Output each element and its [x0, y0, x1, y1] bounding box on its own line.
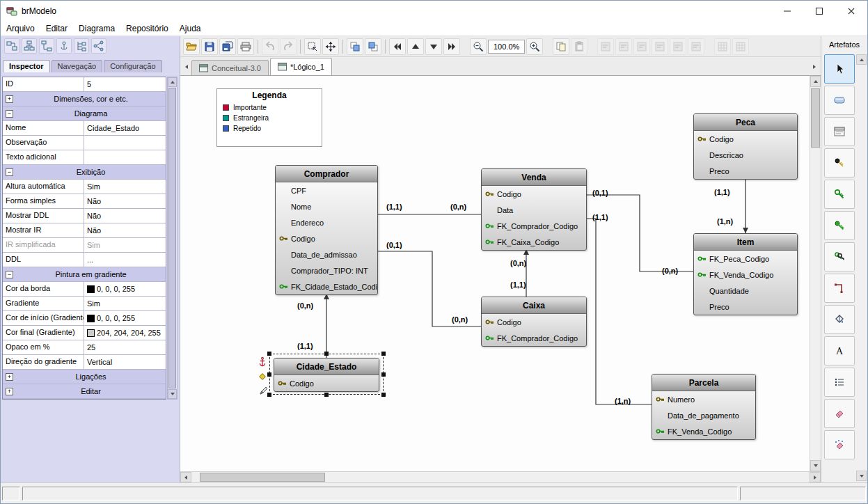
- section-exibicao[interactable]: −Exibição: [3, 165, 166, 180]
- property-value[interactable]: [84, 150, 166, 164]
- entity-caixa[interactable]: CaixaCodigoFK_Comprador_Codigo: [481, 297, 587, 347]
- diagram-canvas[interactable]: Legenda ImportanteEstrangeiraRepetido Co…: [180, 75, 810, 471]
- scrollbar-track[interactable]: [191, 472, 810, 482]
- section-toggle-icon[interactable]: +: [6, 373, 13, 381]
- tab-logico-1[interactable]: *Lógico_1: [270, 58, 332, 75]
- nav-down-button[interactable]: [425, 38, 442, 55]
- minimize-button[interactable]: [771, 1, 803, 22]
- property-value[interactable]: Sim: [84, 238, 166, 252]
- save-button[interactable]: [201, 38, 218, 55]
- artefatos-scrollbar[interactable]: [856, 54, 867, 481]
- attribute-row[interactable]: FK_Peca_Codigo: [694, 251, 797, 267]
- zoom-level-display[interactable]: 100.0%: [488, 40, 525, 54]
- scroll-down-button[interactable]: [856, 471, 867, 481]
- menu-item-repositorio[interactable]: Repositório: [120, 22, 174, 35]
- attribute-row[interactable]: Nome: [276, 198, 377, 214]
- property-value[interactable]: 204, 204, 204, 255: [84, 326, 166, 340]
- section-toggle-icon[interactable]: +: [6, 95, 13, 103]
- cardinality-label[interactable]: (0,1): [386, 241, 402, 249]
- property-value[interactable]: Sim: [84, 180, 166, 194]
- paint-tool[interactable]: [824, 305, 855, 334]
- entity-item[interactable]: ItemFK_Peca_CodigoFK_Venda_CodigoQuantid…: [693, 233, 798, 315]
- attribute-row[interactable]: Quantidade: [694, 283, 797, 299]
- property-value[interactable]: 25: [84, 340, 166, 354]
- menu-item-diagrama[interactable]: Diagrama: [73, 22, 120, 35]
- attribute-row[interactable]: Data: [482, 202, 586, 218]
- scroll-up-button[interactable]: [856, 54, 867, 65]
- section-toggle-icon[interactable]: −: [6, 110, 13, 118]
- attribute-row[interactable]: Preco: [694, 299, 797, 315]
- menu-item-arquivo[interactable]: Arquivo: [1, 22, 40, 35]
- attribute-row[interactable]: Descricao: [694, 147, 797, 163]
- selection-handle[interactable]: [381, 352, 386, 356]
- scroll-down-button[interactable]: [168, 389, 177, 399]
- open-button[interactable]: [183, 38, 200, 55]
- section-toggle-icon[interactable]: +: [6, 388, 13, 395]
- scroll-up-button[interactable]: [168, 77, 177, 87]
- cardinality-label[interactable]: (1,n): [717, 217, 733, 226]
- attribute-row[interactable]: Preco: [694, 163, 797, 179]
- property-value[interactable]: ...: [84, 253, 166, 267]
- property-grid-scrollbar[interactable]: [167, 77, 177, 400]
- zoom-in-button[interactable]: [526, 38, 543, 55]
- save-all-button[interactable]: [219, 38, 236, 55]
- delete-all-tool[interactable]: [824, 430, 855, 459]
- cardinality-label[interactable]: (1,1): [714, 188, 730, 196]
- section-diagrama[interactable]: −Diagrama: [3, 107, 166, 121]
- cardinality-label[interactable]: (0,n): [662, 267, 678, 275]
- attribute-row[interactable]: Codigo: [482, 314, 586, 330]
- section-pintura-em-gradiente[interactable]: −Pintura em gradiente: [3, 267, 166, 282]
- menu-item-editar[interactable]: Editar: [40, 22, 73, 35]
- cardinality-label[interactable]: (1,1): [510, 281, 526, 289]
- scroll-right-button[interactable]: [810, 472, 821, 482]
- cardinality-label[interactable]: (0,n): [297, 301, 313, 310]
- anchor-icon[interactable]: [257, 356, 268, 368]
- cardinality-label[interactable]: (1,n): [615, 397, 631, 405]
- anchor-tool-icon[interactable]: [56, 38, 72, 54]
- attribute-list-tool[interactable]: [824, 368, 855, 397]
- unique-key-tool[interactable]: [824, 211, 855, 240]
- selection-handle[interactable]: [324, 393, 329, 397]
- entity-peca[interactable]: PecaCodigoDescricaoPreco: [693, 113, 798, 180]
- attribute-row[interactable]: Data_de_pagamento: [652, 407, 755, 423]
- cardinality-label[interactable]: (1,1): [386, 203, 402, 211]
- entity-title[interactable]: Item: [694, 234, 797, 251]
- scrollbar-thumb[interactable]: [200, 473, 325, 482]
- scroll-up-button[interactable]: [810, 76, 821, 87]
- horizontal-scrollbar[interactable]: [180, 471, 821, 482]
- scrollbar-thumb[interactable]: [811, 88, 820, 148]
- property-value[interactable]: Cidade_Estado: [84, 121, 166, 135]
- property-value[interactable]: Sim: [84, 297, 166, 310]
- entity-title[interactable]: Venda: [482, 169, 586, 186]
- attribute-row[interactable]: Data_de_admissao: [276, 246, 377, 262]
- entity-venda[interactable]: VendaCodigoDataFK_Comprador_CodigoFK_Cai…: [481, 168, 587, 251]
- entity-title[interactable]: Comprador: [276, 166, 377, 182]
- selection-handle[interactable]: [381, 372, 386, 377]
- selection-handle[interactable]: [324, 352, 329, 356]
- entity-parcela[interactable]: ParcelaNumeroData_de_pagamentoFK_Venda_C…: [652, 374, 756, 440]
- attribute-row[interactable]: Codigo: [482, 186, 586, 202]
- send-to-back-button[interactable]: [365, 38, 381, 55]
- pencil-icon[interactable]: [258, 385, 269, 396]
- attribute-row[interactable]: FK_Caixa_Codigo: [482, 234, 586, 250]
- cardinality-label[interactable]: (1,1): [592, 213, 608, 221]
- selection-handle[interactable]: [267, 352, 271, 356]
- composite-key-tool[interactable]: [824, 242, 855, 271]
- property-value[interactable]: Vertical: [84, 355, 166, 369]
- zoom-out-button[interactable]: [470, 38, 487, 55]
- section-ligacoes[interactable]: +Ligações: [3, 370, 166, 384]
- copy-button[interactable]: [553, 38, 569, 55]
- cardinality-label[interactable]: (1,1): [297, 342, 313, 350]
- menu-item-ajuda[interactable]: Ajuda: [174, 22, 207, 35]
- attribute-row[interactable]: FK_Venda_Codigo: [652, 423, 755, 439]
- property-value[interactable]: Não: [84, 223, 166, 237]
- connector-tool[interactable]: [824, 274, 855, 303]
- branch-tool-icon[interactable]: [39, 38, 54, 54]
- cardinality-label[interactable]: (0,n): [510, 259, 526, 267]
- property-value[interactable]: Não: [84, 194, 166, 208]
- maximize-button[interactable]: [803, 1, 835, 22]
- nav-up-button[interactable]: [407, 38, 424, 55]
- network-tool-icon[interactable]: [91, 38, 106, 54]
- section-editar[interactable]: +Editar: [3, 384, 166, 399]
- attribute-row[interactable]: FK_Comprador_Codigo: [482, 218, 586, 234]
